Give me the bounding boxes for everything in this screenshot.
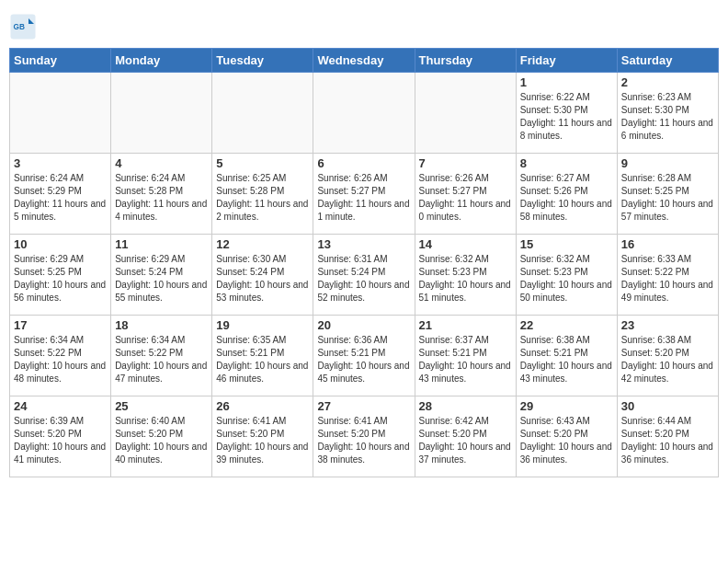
page-header: GB <box>9 9 719 40</box>
day-info: Sunrise: 6:32 AM Sunset: 5:23 PM Dayligh… <box>419 253 512 304</box>
day-info: Sunrise: 6:41 AM Sunset: 5:20 PM Dayligh… <box>216 415 309 466</box>
calendar-cell: 11Sunrise: 6:29 AM Sunset: 5:24 PM Dayli… <box>111 235 212 316</box>
calendar-cell: 29Sunrise: 6:43 AM Sunset: 5:20 PM Dayli… <box>516 396 617 477</box>
calendar-table: SundayMondayTuesdayWednesdayThursdayFrid… <box>9 48 719 477</box>
day-number: 13 <box>317 237 410 251</box>
day-info: Sunrise: 6:39 AM Sunset: 5:20 PM Dayligh… <box>14 415 107 466</box>
day-info: Sunrise: 6:34 AM Sunset: 5:22 PM Dayligh… <box>115 334 208 385</box>
calendar-cell: 5Sunrise: 6:25 AM Sunset: 5:28 PM Daylig… <box>212 154 313 235</box>
day-number: 3 <box>14 156 107 170</box>
day-info: Sunrise: 6:41 AM Sunset: 5:20 PM Dayligh… <box>317 415 410 466</box>
calendar-cell: 12Sunrise: 6:30 AM Sunset: 5:24 PM Dayli… <box>212 235 313 316</box>
day-info: Sunrise: 6:38 AM Sunset: 5:20 PM Dayligh… <box>621 334 714 385</box>
day-info: Sunrise: 6:28 AM Sunset: 5:25 PM Dayligh… <box>621 172 714 224</box>
calendar-cell: 26Sunrise: 6:41 AM Sunset: 5:20 PM Dayli… <box>212 396 313 477</box>
calendar-cell: 6Sunrise: 6:26 AM Sunset: 5:27 PM Daylig… <box>313 154 415 235</box>
day-number: 29 <box>520 399 613 413</box>
day-info: Sunrise: 6:24 AM Sunset: 5:29 PM Dayligh… <box>14 172 107 224</box>
day-info: Sunrise: 6:36 AM Sunset: 5:21 PM Dayligh… <box>317 334 410 385</box>
day-number: 19 <box>216 318 309 332</box>
day-info: Sunrise: 6:40 AM Sunset: 5:20 PM Dayligh… <box>115 415 208 466</box>
day-number: 22 <box>520 318 613 332</box>
calendar-cell: 16Sunrise: 6:33 AM Sunset: 5:22 PM Dayli… <box>617 235 718 316</box>
weekday-header-thursday: Thursday <box>415 49 516 73</box>
calendar-cell <box>415 73 516 154</box>
calendar-cell: 7Sunrise: 6:26 AM Sunset: 5:27 PM Daylig… <box>415 154 516 235</box>
weekday-header-sunday: Sunday <box>10 49 111 73</box>
calendar-cell: 4Sunrise: 6:24 AM Sunset: 5:28 PM Daylig… <box>111 154 212 235</box>
calendar-cell: 17Sunrise: 6:34 AM Sunset: 5:22 PM Dayli… <box>10 316 111 396</box>
weekday-header-tuesday: Tuesday <box>212 49 313 73</box>
day-number: 4 <box>115 156 208 170</box>
day-info: Sunrise: 6:43 AM Sunset: 5:20 PM Dayligh… <box>520 415 613 466</box>
day-info: Sunrise: 6:31 AM Sunset: 5:24 PM Dayligh… <box>317 253 410 304</box>
calendar-cell <box>313 73 415 154</box>
day-info: Sunrise: 6:29 AM Sunset: 5:25 PM Dayligh… <box>14 253 107 304</box>
day-number: 5 <box>216 156 309 170</box>
calendar-cell: 20Sunrise: 6:36 AM Sunset: 5:21 PM Dayli… <box>313 316 415 396</box>
day-number: 9 <box>621 156 714 170</box>
day-info: Sunrise: 6:33 AM Sunset: 5:22 PM Dayligh… <box>621 253 714 304</box>
day-number: 28 <box>419 399 512 413</box>
day-info: Sunrise: 6:34 AM Sunset: 5:22 PM Dayligh… <box>14 334 107 385</box>
day-number: 6 <box>317 156 410 170</box>
day-number: 15 <box>520 237 613 251</box>
calendar-cell: 8Sunrise: 6:27 AM Sunset: 5:26 PM Daylig… <box>516 154 617 235</box>
day-number: 7 <box>419 156 512 170</box>
day-number: 8 <box>520 156 613 170</box>
logo: GB <box>9 13 40 40</box>
calendar-cell: 14Sunrise: 6:32 AM Sunset: 5:23 PM Dayli… <box>415 235 516 316</box>
day-info: Sunrise: 6:30 AM Sunset: 5:24 PM Dayligh… <box>216 253 309 304</box>
weekday-header-monday: Monday <box>111 49 212 73</box>
day-info: Sunrise: 6:37 AM Sunset: 5:21 PM Dayligh… <box>419 334 512 385</box>
day-info: Sunrise: 6:42 AM Sunset: 5:20 PM Dayligh… <box>419 415 512 466</box>
calendar-cell: 27Sunrise: 6:41 AM Sunset: 5:20 PM Dayli… <box>313 396 415 477</box>
day-info: Sunrise: 6:44 AM Sunset: 5:20 PM Dayligh… <box>621 415 714 466</box>
day-info: Sunrise: 6:22 AM Sunset: 5:30 PM Dayligh… <box>520 91 613 143</box>
day-number: 17 <box>14 318 107 332</box>
calendar-cell: 2Sunrise: 6:23 AM Sunset: 5:30 PM Daylig… <box>617 73 718 154</box>
calendar-cell <box>10 73 111 154</box>
calendar-cell: 22Sunrise: 6:38 AM Sunset: 5:21 PM Dayli… <box>516 316 617 396</box>
day-number: 18 <box>115 318 208 332</box>
logo-icon: GB <box>9 13 37 40</box>
calendar-cell: 9Sunrise: 6:28 AM Sunset: 5:25 PM Daylig… <box>617 154 718 235</box>
calendar-cell: 3Sunrise: 6:24 AM Sunset: 5:29 PM Daylig… <box>10 154 111 235</box>
day-info: Sunrise: 6:35 AM Sunset: 5:21 PM Dayligh… <box>216 334 309 385</box>
calendar-cell: 13Sunrise: 6:31 AM Sunset: 5:24 PM Dayli… <box>313 235 415 316</box>
day-number: 11 <box>115 237 208 251</box>
calendar-cell: 30Sunrise: 6:44 AM Sunset: 5:20 PM Dayli… <box>617 396 718 477</box>
day-info: Sunrise: 6:38 AM Sunset: 5:21 PM Dayligh… <box>520 334 613 385</box>
calendar-cell: 15Sunrise: 6:32 AM Sunset: 5:23 PM Dayli… <box>516 235 617 316</box>
day-info: Sunrise: 6:29 AM Sunset: 5:24 PM Dayligh… <box>115 253 208 304</box>
calendar-cell: 28Sunrise: 6:42 AM Sunset: 5:20 PM Dayli… <box>415 396 516 477</box>
calendar-cell: 19Sunrise: 6:35 AM Sunset: 5:21 PM Dayli… <box>212 316 313 396</box>
day-number: 12 <box>216 237 309 251</box>
calendar-cell <box>212 73 313 154</box>
weekday-header-friday: Friday <box>516 49 617 73</box>
calendar-cell <box>111 73 212 154</box>
day-number: 27 <box>317 399 410 413</box>
day-number: 20 <box>317 318 410 332</box>
day-number: 25 <box>115 399 208 413</box>
day-number: 10 <box>14 237 107 251</box>
day-info: Sunrise: 6:32 AM Sunset: 5:23 PM Dayligh… <box>520 253 613 304</box>
day-number: 24 <box>14 399 107 413</box>
day-number: 16 <box>621 237 714 251</box>
day-info: Sunrise: 6:25 AM Sunset: 5:28 PM Dayligh… <box>216 172 309 224</box>
calendar-cell: 24Sunrise: 6:39 AM Sunset: 5:20 PM Dayli… <box>10 396 111 477</box>
day-number: 14 <box>419 237 512 251</box>
calendar-cell: 18Sunrise: 6:34 AM Sunset: 5:22 PM Dayli… <box>111 316 212 396</box>
calendar-cell: 1Sunrise: 6:22 AM Sunset: 5:30 PM Daylig… <box>516 73 617 154</box>
day-number: 30 <box>621 399 714 413</box>
calendar-cell: 23Sunrise: 6:38 AM Sunset: 5:20 PM Dayli… <box>617 316 718 396</box>
day-info: Sunrise: 6:26 AM Sunset: 5:27 PM Dayligh… <box>317 172 410 224</box>
calendar-cell: 21Sunrise: 6:37 AM Sunset: 5:21 PM Dayli… <box>415 316 516 396</box>
day-info: Sunrise: 6:23 AM Sunset: 5:30 PM Dayligh… <box>621 91 714 143</box>
day-number: 2 <box>621 75 714 89</box>
weekday-header-saturday: Saturday <box>617 49 718 73</box>
day-number: 26 <box>216 399 309 413</box>
weekday-header-wednesday: Wednesday <box>313 49 415 73</box>
calendar-cell: 10Sunrise: 6:29 AM Sunset: 5:25 PM Dayli… <box>10 235 111 316</box>
day-number: 21 <box>419 318 512 332</box>
